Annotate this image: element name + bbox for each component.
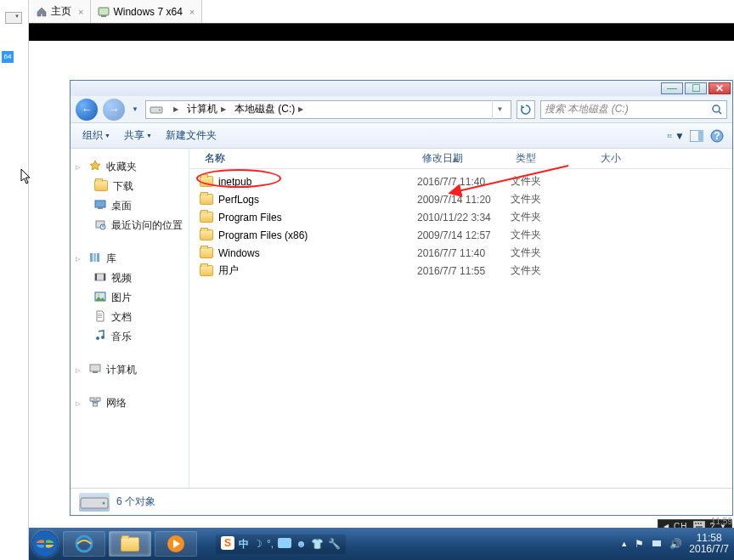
nav-item-music[interactable]: 音乐 <box>76 327 184 347</box>
column-type[interactable]: 类型 <box>511 151 596 166</box>
navigation-pane[interactable]: ▷ 收藏夹 下载 桌面 <box>71 149 189 488</box>
nav-item-recent[interactable]: 最近访问的位置 <box>76 216 184 235</box>
left-dropdown[interactable] <box>5 12 22 24</box>
ime-logo-icon[interactable]: S <box>221 536 234 552</box>
ime-toolbar[interactable]: S 中 ☽ °, ☻ 👕 🔧 <box>216 535 346 554</box>
svg-rect-53 <box>652 540 661 546</box>
ime-zhong[interactable]: 中 <box>239 537 249 552</box>
nav-item-downloads[interactable]: 下载 <box>76 177 184 196</box>
system-tray[interactable]: ▲ ⚑ 🔊 11:58 2016/7/7 <box>620 533 734 555</box>
column-name[interactable]: 名称 <box>200 151 417 166</box>
task-item-explorer[interactable] <box>109 531 151 557</box>
nav-history-dropdown[interactable]: ▼ <box>130 100 140 119</box>
address-bar[interactable]: ▶ 计算机▶ 本地磁盘 (C:)▶ ▼ <box>145 100 511 119</box>
back-button[interactable]: ← <box>76 99 98 121</box>
tray-chevron-icon[interactable]: ▲ <box>620 540 628 548</box>
column-size[interactable]: 大小 <box>596 151 663 166</box>
organize-button[interactable]: 组织▼ <box>77 126 116 145</box>
svg-point-31 <box>96 337 99 340</box>
start-button[interactable] <box>29 528 61 560</box>
svg-point-32 <box>101 336 104 339</box>
breadcrumb-part[interactable]: ▶ <box>167 101 184 118</box>
ime-moon-icon[interactable]: ☽ <box>253 538 263 550</box>
recent-icon <box>94 218 106 233</box>
share-button[interactable]: 共享▼ <box>119 126 157 145</box>
nav-item-pictures[interactable]: 图片 <box>76 288 184 308</box>
tray-network-icon[interactable] <box>651 537 663 552</box>
newfolder-button[interactable]: 新建文件夹 <box>161 126 222 145</box>
tab-vm[interactable]: Windows 7 x64 × <box>91 0 202 23</box>
svg-rect-20 <box>90 253 93 262</box>
tray-clock[interactable]: 11:58 2016/7/7 <box>689 533 729 555</box>
column-date[interactable]: 修改日期 <box>417 151 511 166</box>
file-row[interactable]: Windows 2016/7/7 11:40 文件夹 <box>189 244 732 262</box>
svg-text:S: S <box>224 537 231 549</box>
refresh-button[interactable] <box>517 100 535 119</box>
vm-viewport: — ☐ ✕ ← → ▼ ▶ 计算机▶ <box>29 41 734 535</box>
nav-item-documents[interactable]: 文档 <box>76 308 184 327</box>
tray-flag-icon[interactable]: ⚑ <box>635 538 644 550</box>
tab-close-icon[interactable]: × <box>189 7 195 17</box>
ime-keyboard-icon[interactable] <box>278 538 291 551</box>
nav-libraries-header[interactable]: ▷ 库 <box>76 249 184 269</box>
task-item-ie[interactable] <box>63 531 105 557</box>
tray-volume-icon[interactable]: 🔊 <box>669 538 682 550</box>
breadcrumb-part[interactable]: 计算机▶ <box>184 101 231 118</box>
maximize-button[interactable]: ☐ <box>685 82 707 94</box>
forward-button[interactable]: → <box>103 99 125 121</box>
ime-shirt-icon[interactable]: 👕 <box>311 538 324 550</box>
search-input[interactable]: 搜索 本地磁盘 (C:) <box>540 100 727 119</box>
nav-favorites-header[interactable]: ▷ 收藏夹 <box>76 157 184 177</box>
taskbar[interactable]: S 中 ☽ °, ☻ 👕 🔧 ▲ ⚑ 🔊 11:58 2016/7/7 <box>29 528 734 560</box>
nav-item-videos[interactable]: 视频 <box>76 269 184 288</box>
svg-rect-21 <box>93 253 96 262</box>
view-options-button[interactable]: ▼ <box>668 127 685 144</box>
help-button[interactable]: ? <box>709 127 726 144</box>
svg-rect-8 <box>668 136 669 137</box>
tab-home[interactable]: 主页 × <box>29 0 91 23</box>
column-headers-row[interactable]: 名称 修改日期 类型 大小 <box>189 149 732 169</box>
file-list[interactable]: inetpub 2016/7/7 11:40 文件夹 PerfLogs 2009… <box>189 169 732 488</box>
ime-wrench-icon[interactable]: 🔧 <box>328 538 341 550</box>
nav-network-header[interactable]: ▷ 网络 <box>76 393 184 413</box>
explorer-window: — ☐ ✕ ← → ▼ ▶ 计算机▶ <box>70 80 733 516</box>
svg-rect-11 <box>669 137 672 138</box>
svg-rect-6 <box>668 133 669 134</box>
svg-rect-42 <box>695 523 697 524</box>
svg-rect-29 <box>98 315 102 316</box>
svg-point-27 <box>98 294 100 297</box>
svg-point-4 <box>713 105 720 112</box>
folder-icon <box>200 176 213 187</box>
nav-item-desktop[interactable]: 桌面 <box>76 196 184 216</box>
document-icon <box>94 310 106 325</box>
svg-rect-30 <box>98 317 102 318</box>
home-icon <box>36 6 48 18</box>
minimize-button[interactable]: — <box>661 82 683 94</box>
ime-punct-icon[interactable]: °, <box>267 538 274 550</box>
svg-text:?: ? <box>714 130 720 142</box>
file-row[interactable]: Program Files 2010/11/22 3:34 文件夹 <box>189 208 732 226</box>
file-row[interactable]: 用户 2016/7/7 11:55 文件夹 <box>189 262 732 280</box>
tab-label: 主页 <box>51 4 71 19</box>
file-row[interactable]: PerfLogs 2009/7/14 11:20 文件夹 <box>189 190 732 208</box>
task-item-media[interactable] <box>155 531 197 557</box>
window-titlebar[interactable]: — ☐ ✕ <box>71 81 732 96</box>
computer-icon <box>89 363 101 377</box>
host-clock: 11:59 <box>711 517 732 526</box>
preview-pane-button[interactable] <box>688 127 705 144</box>
search-icon <box>711 104 723 118</box>
close-button[interactable]: ✕ <box>709 82 731 94</box>
svg-rect-34 <box>93 371 98 373</box>
svg-rect-37 <box>93 403 98 406</box>
svg-rect-52 <box>278 538 291 548</box>
address-dropdown[interactable]: ▼ <box>492 100 507 119</box>
ime-face-icon[interactable]: ☻ <box>296 538 307 550</box>
breadcrumb-part[interactable]: 本地磁盘 (C:)▶ <box>231 101 308 118</box>
tab-close-icon[interactable]: × <box>78 7 83 17</box>
nav-computer-header[interactable]: ▷ 计算机 <box>76 360 184 380</box>
vm-icon <box>98 6 110 18</box>
svg-rect-44 <box>700 523 702 524</box>
file-row[interactable]: Program Files (x86) 2009/7/14 12:57 文件夹 <box>189 226 732 244</box>
file-row[interactable]: inetpub 2016/7/7 11:40 文件夹 <box>189 173 732 190</box>
folder-icon <box>200 229 213 240</box>
